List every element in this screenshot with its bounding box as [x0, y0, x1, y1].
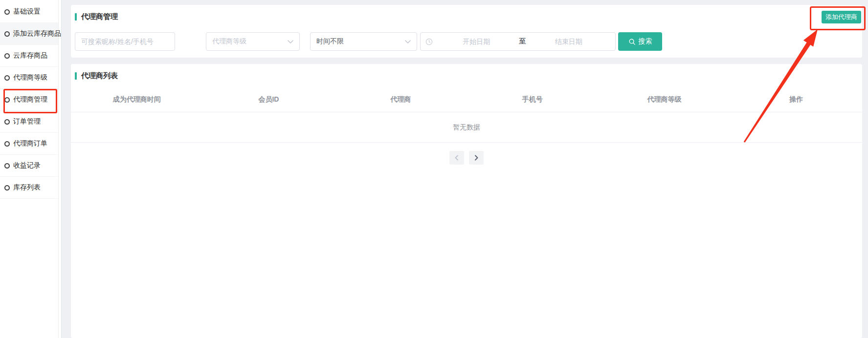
empty-state-text: 暂无数据: [71, 112, 862, 143]
chevron-right-icon: [474, 155, 479, 161]
column-header-member-id: 会员ID: [203, 95, 335, 104]
section-title-agent-list: 代理商列表: [71, 71, 862, 80]
table-header-row: 成为代理商时间 会员ID 代理商 手机号 代理商等级 操作: [71, 87, 862, 112]
pagination: [71, 151, 862, 165]
magnifier-icon: [628, 38, 636, 45]
list-title: 代理商列表: [81, 71, 118, 81]
main-content: 代理商管理 代理商等级 时间不限: [62, 0, 868, 338]
column-header-actions: 操作: [730, 95, 862, 104]
filter-row: 代理商等级 时间不限 至: [75, 32, 862, 51]
filter-card: 代理商管理 代理商等级 时间不限: [71, 5, 862, 58]
sidebar-item-add-cloud-stock-product[interactable]: 添加云库存商品: [0, 23, 58, 45]
time-range-select[interactable]: 时间不限: [310, 32, 417, 51]
column-header-agent-level: 代理商等级: [599, 95, 731, 104]
app-root: 基础设置 添加云库存商品 云库存商品 代理商等级 代理商管理 订单管理 代理商订…: [0, 0, 868, 338]
sidebar-item-label: 代理商订单: [13, 139, 47, 148]
sidebar-item-agent-levels[interactable]: 代理商等级: [0, 67, 58, 89]
circle-icon: [4, 97, 10, 103]
start-date-input[interactable]: [435, 37, 518, 46]
sidebar-item-basic-settings[interactable]: 基础设置: [0, 1, 58, 23]
chevron-left-icon: [454, 155, 459, 161]
end-date-input[interactable]: [527, 37, 611, 46]
sidebar-item-label: 收益记录: [13, 161, 41, 170]
date-range-picker[interactable]: 至: [420, 32, 616, 51]
agent-list-card: 代理商列表 成为代理商时间 会员ID 代理商 手机号 代理商等级 操作 暂无数据: [71, 64, 862, 338]
sidebar-item-label: 云库存商品: [13, 51, 47, 60]
sidebar-item-label: 基础设置: [13, 7, 41, 16]
search-button-label: 搜索: [639, 37, 652, 46]
circle-icon: [4, 75, 10, 81]
circle-icon: [4, 119, 10, 125]
date-range-separator: 至: [518, 37, 527, 46]
column-header-agent: 代理商: [334, 95, 467, 104]
sidebar-item-income-records[interactable]: 收益记录: [0, 155, 58, 177]
search-button[interactable]: 搜索: [618, 32, 662, 51]
sidebar-item-label: 代理商等级: [13, 73, 47, 82]
sidebar-item-agent-management[interactable]: 代理商管理: [0, 89, 58, 111]
circle-icon: [4, 141, 10, 147]
sidebar-item-label: 库存列表: [13, 183, 41, 192]
clock-icon: [425, 38, 433, 45]
circle-icon: [4, 185, 10, 190]
section-title-agent-management: 代理商管理: [75, 12, 862, 21]
sidebar-item-label: 代理商管理: [13, 95, 47, 104]
circle-icon: [4, 53, 10, 59]
sidebar-item-agent-orders[interactable]: 代理商订单: [0, 133, 58, 155]
sidebar-item-stock-list[interactable]: 库存列表: [0, 177, 58, 199]
page-title: 代理商管理: [81, 12, 118, 21]
title-accent-bar: [75, 13, 77, 21]
circle-icon: [4, 163, 10, 169]
chevron-down-icon: [405, 37, 411, 46]
agent-level-select[interactable]: 代理商等级: [206, 32, 300, 51]
chevron-down-icon: [288, 37, 293, 46]
column-header-become-agent-time: 成为代理商时间: [71, 95, 203, 104]
select-placeholder: 代理商等级: [212, 37, 246, 46]
sidebar: 基础设置 添加云库存商品 云库存商品 代理商等级 代理商管理 订单管理 代理商订…: [0, 0, 59, 338]
sidebar-item-label: 添加云库存商品: [13, 29, 61, 38]
column-header-phone: 手机号: [467, 95, 599, 104]
circle-icon: [4, 31, 10, 37]
keyword-search-input[interactable]: [75, 32, 175, 51]
add-agent-button[interactable]: 添加代理商: [822, 11, 861, 23]
pagination-next-button[interactable]: [469, 151, 484, 165]
sidebar-item-order-management[interactable]: 订单管理: [0, 111, 58, 133]
title-accent-bar: [75, 72, 77, 80]
pagination-prev-button[interactable]: [449, 151, 464, 165]
select-value: 时间不限: [316, 37, 344, 46]
sidebar-item-cloud-stock-products[interactable]: 云库存商品: [0, 45, 58, 67]
circle-icon: [4, 9, 10, 15]
sidebar-item-label: 订单管理: [13, 117, 41, 126]
